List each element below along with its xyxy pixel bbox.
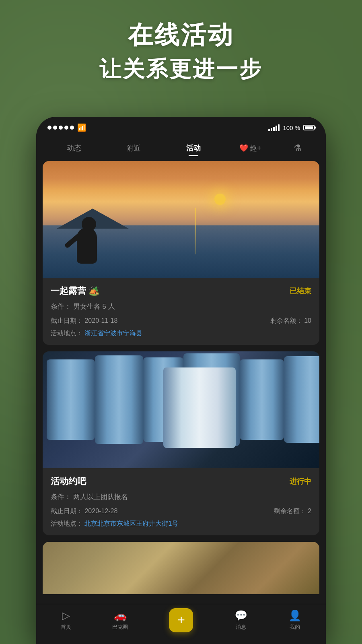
card2-location-value[interactable]: 北京北京市东城区王府井大街1号 [84, 520, 178, 527]
card1-condition-label: 条件： [51, 303, 71, 310]
mine-icon: 👤 [288, 609, 301, 622]
card2-meta: 截止日期： 2020-12-28 剩余名额： 2 [51, 507, 311, 516]
card1-location-label: 活动地点： [51, 330, 83, 336]
card1-quota: 剩余名额： 10 [270, 317, 311, 325]
quplus-label: 趣+ [250, 143, 261, 153]
sunset-scene [43, 161, 319, 278]
card1-image [43, 161, 319, 278]
cylinder1 [47, 359, 95, 440]
hero-title-line1: 在线活动 [0, 20, 362, 50]
cellular-signal [268, 124, 280, 131]
phone-mockup: 📶 100 % 动态 附近 活动 ❤️ [36, 117, 326, 644]
card1-condition-value: 男女生各 5 人 [73, 303, 115, 310]
card1-quota-label: 剩余名额： [270, 317, 302, 324]
cylinder6 [284, 356, 319, 443]
person-silhouette [65, 207, 113, 264]
bar5 [278, 124, 280, 131]
home-label: 首页 [61, 623, 71, 631]
card2-condition: 条件： 两人以上团队报名 [51, 492, 311, 502]
nav-message[interactable]: 💬 消息 [234, 609, 247, 631]
battery-fill [305, 126, 313, 129]
battery-percent: 100 % [283, 124, 300, 131]
battery-icon [303, 125, 315, 130]
card2-quota-label: 剩余名额： [274, 508, 306, 514]
bar3 [273, 127, 275, 131]
bake-label: 巴克圈 [112, 623, 128, 631]
message-label: 消息 [236, 623, 246, 631]
card1-title-row: 一起露营 🏕️ 已结束 [51, 285, 311, 297]
white-roll [163, 367, 236, 448]
home-icon: ▷ [62, 609, 70, 622]
add-icon: + [177, 613, 185, 627]
card2-image [43, 351, 319, 468]
hero-title-line2: 让关系更进一步 [0, 54, 362, 85]
content-area: 一起露营 🏕️ 已结束 条件： 男女生各 5 人 截止日期： 2020-11-1… [36, 161, 326, 594]
dot-4 [64, 126, 68, 130]
card1-condition: 条件： 男女生各 5 人 [51, 302, 311, 311]
activity-card-1: 一起露营 🏕️ 已结束 条件： 男女生各 5 人 截止日期： 2020-11-1… [43, 161, 319, 345]
water-surface [43, 542, 319, 594]
card1-title: 一起露营 🏕️ [51, 285, 99, 297]
message-icon: 💬 [234, 609, 247, 622]
status-bar: 📶 100 % [36, 117, 326, 135]
card1-meta: 截止日期： 2020-11-18 剩余名额： 10 [51, 317, 311, 325]
card2-deadline-label: 截止日期： [51, 508, 83, 514]
nav-add[interactable]: + [169, 608, 193, 632]
nav-home[interactable]: ▷ 首页 [61, 609, 71, 631]
dot-5 [70, 126, 74, 130]
tab-quplus[interactable]: ❤️ 趣+ [239, 143, 261, 153]
card2-condition-label: 条件： [51, 493, 71, 501]
card1-deadline-value: 2020-11-18 [84, 317, 117, 324]
tab-huodong[interactable]: 活动 [180, 141, 207, 155]
card2-title-row: 活动约吧 进行中 [51, 475, 311, 487]
bar1 [268, 129, 270, 131]
filter-icon[interactable]: ⚗ [294, 143, 302, 153]
nav-mine[interactable]: 👤 我的 [288, 609, 301, 631]
card2-deadline-value: 2020-12-28 [84, 508, 117, 514]
dot-1 [47, 126, 51, 130]
tab-fujin[interactable]: 附近 [120, 141, 147, 155]
mine-label: 我的 [290, 623, 300, 631]
card2-quota-value: 2 [308, 508, 311, 514]
phone-container: 📶 100 % 动态 附近 活动 ❤️ [36, 117, 326, 644]
add-button[interactable]: + [169, 608, 193, 632]
card2-status: 进行中 [290, 477, 311, 486]
silhouette-body [77, 227, 97, 264]
hero-section: 在线活动 让关系更进一步 [0, 0, 362, 85]
nav-tabs: 动态 附近 活动 ❤️ 趣+ ⚗ [36, 135, 326, 161]
card2-quota: 剩余名额： 2 [274, 507, 311, 516]
cylinder2 [95, 355, 143, 444]
status-left: 📶 [47, 123, 86, 132]
card2-location: 活动地点： 北京北京市东城区王府井大街1号 [51, 520, 311, 528]
cylinder5 [240, 359, 284, 440]
card1-deadline: 截止日期： 2020-11-18 [51, 317, 117, 325]
card2-location-label: 活动地点： [51, 520, 83, 527]
card1-status: 已结束 [290, 286, 311, 296]
bar2 [271, 128, 272, 131]
bottom-nav: ▷ 首页 🚗 巴克圈 + 💬 消息 👤 我的 [36, 604, 326, 644]
wifi-icon: 📶 [77, 123, 86, 132]
card1-info: 一起露营 🏕️ 已结束 条件： 男女生各 5 人 截止日期： 2020-11-1… [43, 278, 319, 345]
dot-3 [59, 126, 63, 130]
card2-condition-value: 两人以上团队报名 [73, 493, 128, 501]
dot-2 [53, 126, 57, 130]
card2-deadline: 截止日期： 2020-12-28 [51, 507, 117, 516]
bar4 [276, 126, 277, 131]
heart-icon: ❤️ [239, 144, 248, 153]
sun [214, 194, 226, 205]
status-right: 100 % [268, 124, 315, 131]
card1-location-value[interactable]: 浙江省宁波市宁海县 [84, 330, 142, 336]
activity-card-3-partial [43, 542, 319, 594]
silhouette-head [82, 217, 96, 231]
card2-title: 活动约吧 [51, 475, 86, 487]
activity-card-2: 活动约吧 进行中 条件： 两人以上团队报名 截止日期： 2020-12-28 [43, 351, 319, 535]
nav-bake[interactable]: 🚗 巴克圈 [112, 609, 128, 631]
card1-quota-value: 10 [304, 317, 311, 324]
card2-info: 活动约吧 进行中 条件： 两人以上团队报名 截止日期： 2020-12-28 [43, 468, 319, 535]
signal-dots [47, 126, 74, 130]
card1-location: 活动地点： 浙江省宁波市宁海县 [51, 329, 311, 338]
industrial-scene [43, 351, 319, 468]
tab-dongtai[interactable]: 动态 [60, 141, 88, 155]
bake-icon: 🚗 [114, 609, 127, 622]
card1-deadline-label: 截止日期： [51, 317, 83, 324]
